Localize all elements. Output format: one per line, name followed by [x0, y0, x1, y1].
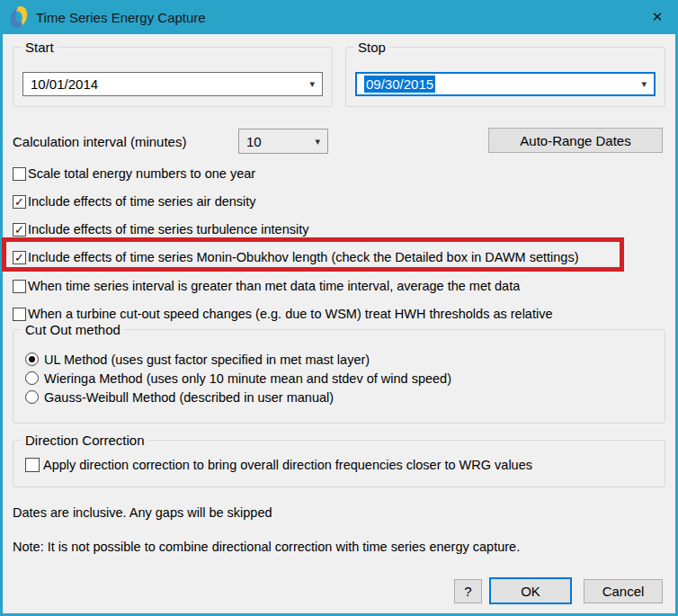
checkbox-label: When time series interval is greater tha… — [28, 279, 520, 293]
calc-interval-value: 10 — [246, 134, 262, 149]
checkbox-box-checked: ✓ — [13, 251, 26, 264]
radio-label: Wieringa Method (uses only 10 minute mea… — [44, 371, 451, 386]
dialog-window: Time Series Energy Capture ✕ Start 10/01… — [0, 0, 678, 616]
direction-correction-group: Direction Correction Apply direction cor… — [13, 440, 665, 487]
calc-interval-dropdown[interactable]: 10 ▾ — [238, 129, 328, 154]
note-directional-correction: Note: It is not possible to combine dire… — [13, 540, 520, 554]
checkbox-air-density[interactable]: ✓ Include effects of time series air den… — [13, 193, 256, 210]
help-button[interactable]: ? — [454, 579, 482, 603]
start-date-value: 10/01/2014 — [31, 76, 98, 92]
stop-group: Stop 09/30/2015 ▾ — [345, 47, 665, 107]
direction-group-label: Direction Correction — [22, 433, 148, 448]
radio-wieringa-method[interactable]: Wieringa Method (uses only 10 minute mea… — [25, 369, 665, 388]
dropdown-arrow-icon: ▾ — [641, 79, 647, 89]
checkbox-turbulence-intensity[interactable]: ✓ Include effects of time series turbule… — [13, 221, 308, 237]
checkbox-label: Scale total energy numbers to one year — [28, 166, 255, 181]
checkbox-label: Apply direction correction to bring over… — [43, 458, 532, 472]
checkbox-label: Include effects of time series Monin-Obu… — [28, 250, 579, 264]
radio-label: UL Method (uses gust factor specified in… — [44, 353, 370, 367]
radio-button-icon — [25, 390, 39, 404]
calc-interval-label: Calculation interval (minutes) — [13, 134, 186, 149]
checkbox-box — [25, 458, 40, 472]
radio-label: Gauss-Weibull Method (described in user … — [44, 390, 334, 405]
dropdown-arrow-icon: ▾ — [309, 79, 315, 89]
checkbox-direction-correction[interactable]: Apply direction correction to bring over… — [25, 457, 665, 473]
checkbox-label: Include effects of time series turbulenc… — [28, 222, 308, 237]
checkbox-average-met-data[interactable]: When time series interval is greater tha… — [13, 278, 520, 294]
radio-ul-method[interactable]: UL Method (uses gust factor specified in… — [25, 350, 665, 369]
window-border-left — [0, 34, 3, 616]
checkbox-box-checked: ✓ — [13, 195, 26, 209]
dropdown-arrow-icon: ▾ — [315, 136, 320, 147]
cut-out-method-group: Cut Out method UL Method (uses gust fact… — [13, 329, 665, 424]
checkbox-box — [13, 167, 26, 181]
checkbox-label: Include effects of time series air densi… — [28, 194, 256, 209]
radio-button-icon — [25, 371, 39, 385]
titlebar: Time Series Energy Capture ✕ — [0, 0, 678, 34]
radio-button-icon — [25, 353, 39, 366]
checkbox-label: When a turbine cut-out speed changes (e.… — [28, 307, 553, 321]
start-group: Start 10/01/2014 ▾ — [13, 47, 333, 107]
stop-date-combobox[interactable]: 09/30/2015 ▾ — [355, 72, 656, 96]
start-date-combobox[interactable]: 10/01/2014 ▾ — [22, 72, 323, 96]
checkbox-scale-total-energy[interactable]: Scale total energy numbers to one year — [13, 165, 255, 182]
auto-range-dates-button[interactable]: Auto-Range Dates — [488, 128, 663, 153]
cancel-button[interactable]: Cancel — [584, 579, 663, 603]
cut-out-group-label: Cut Out method — [22, 322, 124, 337]
stop-date-value: 09/30/2015 — [364, 76, 435, 93]
radio-gauss-weibull-method[interactable]: Gauss-Weibull Method (described in user … — [25, 388, 665, 406]
close-icon: ✕ — [652, 9, 664, 25]
checkbox-box — [13, 280, 26, 293]
ok-button[interactable]: OK — [489, 577, 572, 604]
stop-group-label: Stop — [354, 40, 389, 55]
checkbox-box — [13, 308, 26, 321]
note-dates-inclusive: Dates are inclusive. Any gaps will be sk… — [13, 505, 272, 520]
checkbox-box-checked: ✓ — [13, 223, 26, 237]
checkbox-monin-obukhov[interactable]: ✓ Include effects of time series Monin-O… — [13, 249, 579, 265]
start-group-label: Start — [22, 40, 58, 55]
checkbox-cutout-relative[interactable]: When a turbine cut-out speed changes (e.… — [13, 306, 553, 322]
app-icon — [9, 4, 29, 30]
close-button[interactable]: ✕ — [637, 0, 678, 34]
window-title: Time Series Energy Capture — [36, 10, 206, 25]
